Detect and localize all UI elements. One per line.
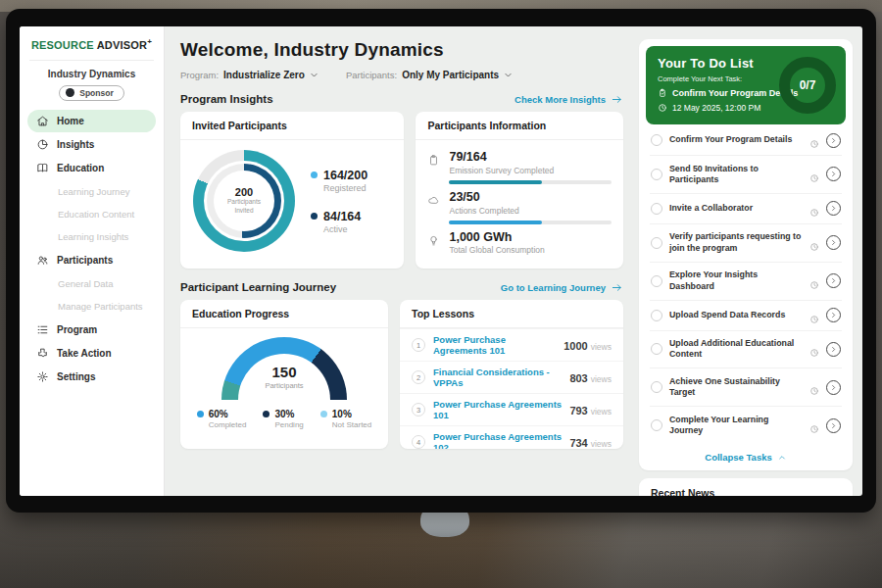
stat-label: Total Global Consumption xyxy=(449,245,612,255)
dashboard-screen: RESOURCE ADVISOR+ Industry Dynamics Spon… xyxy=(20,26,862,496)
top-lessons-card: Top Lessons 1 Power Purchase Agreements … xyxy=(400,300,623,449)
sidebar-item-general-data[interactable]: General Data xyxy=(27,272,156,295)
checkbox-circle[interactable] xyxy=(651,310,662,321)
sidebar-item-learning-insights[interactable]: Learning Insights xyxy=(27,225,156,248)
program-label: Program: xyxy=(180,70,219,80)
views-value: 1000 xyxy=(564,340,587,352)
clock-icon xyxy=(809,344,819,354)
sidebar-item-manage-participants[interactable]: Manage Participants xyxy=(27,295,156,318)
link-label: Go to Learning Journey xyxy=(501,282,606,293)
todo-item-7[interactable]: Upload Additional Educational Content xyxy=(650,331,842,369)
chevron-right-button[interactable] xyxy=(826,133,841,148)
todo-item-5[interactable]: Explore Your Insights Dashboard xyxy=(650,263,842,301)
chevron-right-button[interactable] xyxy=(826,380,841,395)
sidebar: RESOURCE ADVISOR+ Industry Dynamics Spon… xyxy=(20,26,165,496)
lesson-row-1[interactable]: 1 Power Purchase Agreements 101 1000view… xyxy=(400,328,623,361)
lesson-link[interactable]: Power Purchase Agreements 101 xyxy=(433,399,562,420)
checkbox-circle[interactable] xyxy=(651,381,662,393)
program-value: Industrialize Zero xyxy=(223,70,305,80)
collapse-label: Collapse Tasks xyxy=(705,452,771,463)
todo-item-2[interactable]: Send 50 Invitations to Participants xyxy=(650,156,842,194)
program-insights-header: Program Insights Check More Insights xyxy=(180,93,623,105)
home-icon xyxy=(36,115,49,127)
lesson-link[interactable]: Financial Considerations - VPPAs xyxy=(433,367,562,388)
todo-item-label: Explore Your Insights Dashboard xyxy=(669,270,803,292)
donut-center-value: 200 xyxy=(235,186,253,198)
todo-item-6[interactable]: Upload Spend Data Records xyxy=(650,301,842,331)
checkbox-circle[interactable] xyxy=(651,419,662,431)
legend-item-completed: 60% Completed xyxy=(197,409,247,429)
checkbox-circle[interactable] xyxy=(651,203,662,215)
legend-dot xyxy=(311,213,318,220)
checkbox-circle[interactable] xyxy=(651,134,662,146)
card-title: Participants Information xyxy=(416,112,623,140)
lesson-row-4[interactable]: 4 Power Purchase Agreements 102 734views xyxy=(400,425,623,449)
collapse-tasks-link[interactable]: Collapse Tasks xyxy=(646,444,846,468)
people-icon xyxy=(36,254,49,267)
sidebar-item-insights[interactable]: Insights xyxy=(27,133,156,156)
sidebar-item-settings[interactable]: Settings xyxy=(27,366,156,388)
sidebar-item-learning-journey[interactable]: Learning Journey xyxy=(27,180,156,203)
sidebar-item-program[interactable]: Program xyxy=(27,318,156,341)
todo-datetime-label: 12 May 2025, 12:00 PM xyxy=(672,103,760,113)
book-icon xyxy=(36,162,49,174)
go-to-learning-journey-link[interactable]: Go to Learning Journey xyxy=(501,282,623,293)
chevron-right-button[interactable] xyxy=(826,273,841,288)
sidebar-item-education-content[interactable]: Education Content xyxy=(27,203,156,225)
chevron-right-button[interactable] xyxy=(826,418,841,433)
sidebar-item-home[interactable]: Home xyxy=(27,110,156,132)
check-more-insights-link[interactable]: Check More Insights xyxy=(514,94,623,105)
cloud-icon xyxy=(427,194,440,207)
checkbox-circle[interactable] xyxy=(651,237,662,249)
sidebar-item-participants[interactable]: Participants xyxy=(27,249,156,271)
sidebar-item-education[interactable]: Education xyxy=(27,157,156,179)
legend-pct: 30% xyxy=(274,409,303,419)
rank-badge: 4 xyxy=(412,435,425,449)
todo-item-4[interactable]: Verify participants requesting to join t… xyxy=(650,224,842,263)
checkbox-circle[interactable] xyxy=(651,169,662,180)
program-dropdown[interactable]: Program: Industrialize Zero xyxy=(180,70,318,80)
filter-row: Program: Industrialize Zero Participants… xyxy=(180,70,623,80)
lesson-row-3[interactable]: 3 Power Purchase Agreements 101 793views xyxy=(400,393,623,425)
legend-pct: 10% xyxy=(332,409,371,419)
arrow-right-icon xyxy=(611,282,623,293)
participants-dropdown[interactable]: Participants: Only My Participants xyxy=(346,70,513,80)
card-title: Education Progress xyxy=(180,300,388,328)
gear-icon xyxy=(36,370,49,383)
todo-item-9[interactable]: Complete Your Learning Journey xyxy=(650,407,842,444)
views-word: views xyxy=(591,374,612,384)
todo-item-3[interactable]: Invite a Collaborator xyxy=(650,194,842,224)
donut-center: 200 Participants Invited xyxy=(214,171,274,231)
logo-advisor: ADVISOR xyxy=(97,39,148,51)
chevron-right-button[interactable] xyxy=(826,235,841,250)
checkbox-circle[interactable] xyxy=(651,275,662,287)
section-title: Participant Learning Journey xyxy=(180,281,336,293)
lesson-link[interactable]: Power Purchase Agreements 101 xyxy=(433,334,556,356)
clipboard-check-icon xyxy=(658,88,667,98)
donut-center-label: Participants Invited xyxy=(220,198,268,216)
chevron-right-button[interactable] xyxy=(826,342,841,357)
legend-label: Not Started xyxy=(332,420,371,429)
clock-icon xyxy=(809,311,819,320)
gauge-center: 150 Participants xyxy=(221,364,347,390)
chevron-right-button[interactable] xyxy=(826,308,841,322)
stat-value: 1,000 GWh xyxy=(449,231,612,245)
lesson-link[interactable]: Power Purchase Agreements 102 xyxy=(433,431,562,449)
todo-item-1[interactable]: Confirm Your Program Details xyxy=(650,125,842,156)
sponsor-icon xyxy=(66,88,74,97)
todo-item-label: Achieve One Sustainability Target xyxy=(669,376,803,399)
checkbox-circle[interactable] xyxy=(651,343,662,355)
logo-resource: RESOURCE xyxy=(31,39,94,51)
legend-item-registered: 164/200 Registered xyxy=(311,169,368,193)
lesson-row-2[interactable]: 2 Financial Considerations - VPPAs 803vi… xyxy=(400,361,623,393)
chevron-right-button[interactable] xyxy=(826,167,841,181)
sidebar-item-take-action[interactable]: Take Action xyxy=(27,342,156,365)
chevron-down-icon xyxy=(310,71,318,79)
legend-dot xyxy=(263,411,270,417)
rank-badge: 1 xyxy=(412,338,425,352)
gauge-legend: 60% Completed 30% Pending xyxy=(197,409,372,429)
chevron-right-button[interactable] xyxy=(826,201,841,216)
sidebar-item-label: Participants xyxy=(57,255,113,266)
todo-item-8[interactable]: Achieve One Sustainability Target xyxy=(650,368,842,407)
rank-badge: 2 xyxy=(412,370,425,384)
